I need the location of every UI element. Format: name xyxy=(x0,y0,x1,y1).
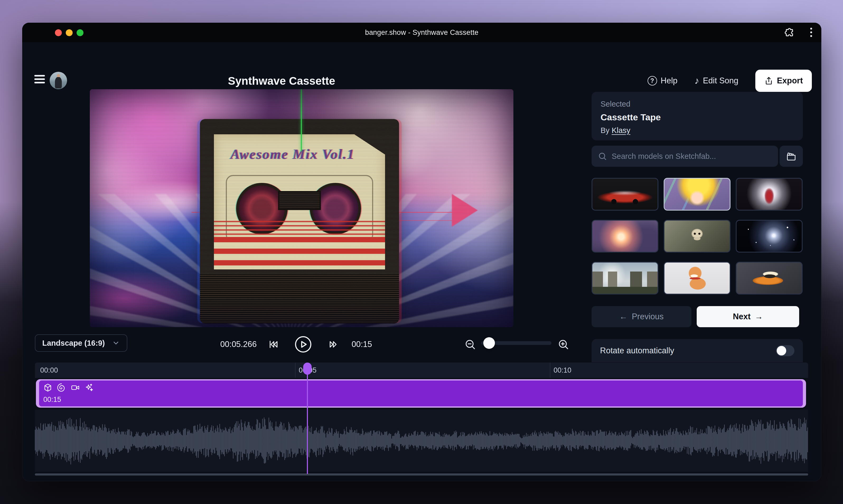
thumbnail-anime-girl[interactable] xyxy=(664,178,730,211)
chevron-down-icon xyxy=(112,339,120,347)
rotate-automatically-label: Rotate automatically xyxy=(600,346,674,356)
clapperboard-button[interactable] xyxy=(780,146,803,167)
timeline-ruler[interactable]: 00:00 00:05 00:10 xyxy=(35,363,808,378)
rotate-automatically-toggle[interactable] xyxy=(776,345,794,356)
timeline-scrollbar[interactable] xyxy=(35,473,808,475)
selected-model-author: By Klasy xyxy=(601,126,794,135)
header-actions: ? Help ♪ Edit Song Export xyxy=(648,70,812,92)
video-preview-viewport[interactable]: Awesome Mix Vol.1 xyxy=(90,89,513,327)
zoom-slider-knob[interactable] xyxy=(483,337,495,349)
author-link[interactable]: Klasy xyxy=(612,126,631,134)
clip-duration-label: 00:15 xyxy=(43,396,798,404)
help-icon: ? xyxy=(648,76,657,86)
arrow-right-icon: → xyxy=(755,312,763,321)
export-label: Export xyxy=(777,76,803,86)
ruler-tick-label: 00:00 xyxy=(40,366,58,375)
app-window: banger.show - Synthwave Cassette Synthwa… xyxy=(22,23,821,481)
clip-icons xyxy=(43,383,798,392)
search-input[interactable] xyxy=(612,152,772,161)
play-button[interactable] xyxy=(294,334,312,355)
next-label: Next xyxy=(733,312,751,321)
timeline-section: 00:00 00:05 00:10 xyxy=(35,363,808,474)
total-duration-display: 00:15 xyxy=(351,334,372,355)
cube-icon xyxy=(43,383,52,392)
model-search-row xyxy=(591,146,803,167)
previous-page-button[interactable]: ← Previous xyxy=(591,306,691,327)
playhead-handle[interactable] xyxy=(303,363,312,375)
aspect-ratio-value: Landscape (16:9) xyxy=(42,339,105,347)
next-page-button[interactable]: Next → xyxy=(697,306,799,327)
selected-model-name: Cassette Tape xyxy=(601,112,794,123)
window-title: banger.show - Synthwave Cassette xyxy=(22,23,821,42)
thumbnail-cloud-temple[interactable] xyxy=(591,220,658,253)
ruler-divider xyxy=(295,363,295,378)
thumbnail-shiba-dog[interactable] xyxy=(664,262,730,294)
audio-waveform[interactable] xyxy=(35,410,808,472)
extensions-puzzle-icon[interactable] xyxy=(784,26,795,38)
help-button[interactable]: ? Help xyxy=(648,76,678,86)
thumbnail-vintage-car[interactable] xyxy=(736,262,803,294)
ruler-divider xyxy=(550,363,550,378)
video-camera-icon xyxy=(71,383,80,392)
ruler-tick-label: 00:10 xyxy=(553,366,571,375)
vignette-overlay xyxy=(90,89,513,327)
browser-menu-kebab-icon[interactable] xyxy=(810,28,812,38)
export-share-icon xyxy=(764,76,773,85)
edit-song-label: Edit Song xyxy=(703,76,738,86)
thumbnail-ruined-city[interactable] xyxy=(591,262,658,294)
zoom-out-icon[interactable] xyxy=(464,334,476,355)
selected-model-card: Selected Cassette Tape By Klasy xyxy=(591,92,803,140)
by-label: By xyxy=(601,126,609,134)
window-titlebar: banger.show - Synthwave Cassette xyxy=(22,23,821,42)
hamburger-menu-icon[interactable] xyxy=(34,75,45,84)
model-search-box xyxy=(591,146,778,167)
music-note-icon: ♪ xyxy=(694,75,699,86)
previous-label: Previous xyxy=(632,312,664,321)
fast-forward-button[interactable] xyxy=(328,334,339,355)
search-icon xyxy=(598,152,607,161)
thumbnail-skull[interactable] xyxy=(664,220,730,253)
selected-heading: Selected xyxy=(601,100,794,108)
avatar[interactable] xyxy=(50,72,67,89)
timeline-clip[interactable]: 00:15 xyxy=(36,379,806,408)
aspect-ratio-dropdown[interactable]: Landscape (16:9) xyxy=(35,334,127,352)
edit-song-button[interactable]: ♪ Edit Song xyxy=(694,75,738,86)
arrow-left-icon: ← xyxy=(619,312,627,321)
spiral-icon xyxy=(57,383,66,392)
thumbnail-warrior[interactable] xyxy=(736,178,803,211)
rotate-setting-card: Rotate automatically xyxy=(591,339,803,362)
export-button[interactable]: Export xyxy=(755,70,812,92)
current-time-display: 00:05.266 xyxy=(220,334,257,355)
thumbnail-galaxy[interactable] xyxy=(736,220,803,253)
rewind-button[interactable] xyxy=(268,334,279,355)
zoom-in-icon[interactable] xyxy=(557,334,569,355)
page-title: Synthwave Cassette xyxy=(228,75,335,87)
clapperboard-icon xyxy=(786,151,796,162)
help-label: Help xyxy=(661,76,678,86)
toggle-knob xyxy=(777,346,786,356)
timeline-clip-body: 00:15 xyxy=(39,380,803,407)
thumbnail-sports-car[interactable] xyxy=(591,178,658,211)
sparkles-icon xyxy=(85,383,93,392)
timeline-zoom-slider[interactable] xyxy=(481,341,551,345)
model-sidebar: Selected Cassette Tape By Klasy xyxy=(591,89,803,364)
playhead-line[interactable] xyxy=(307,364,308,474)
